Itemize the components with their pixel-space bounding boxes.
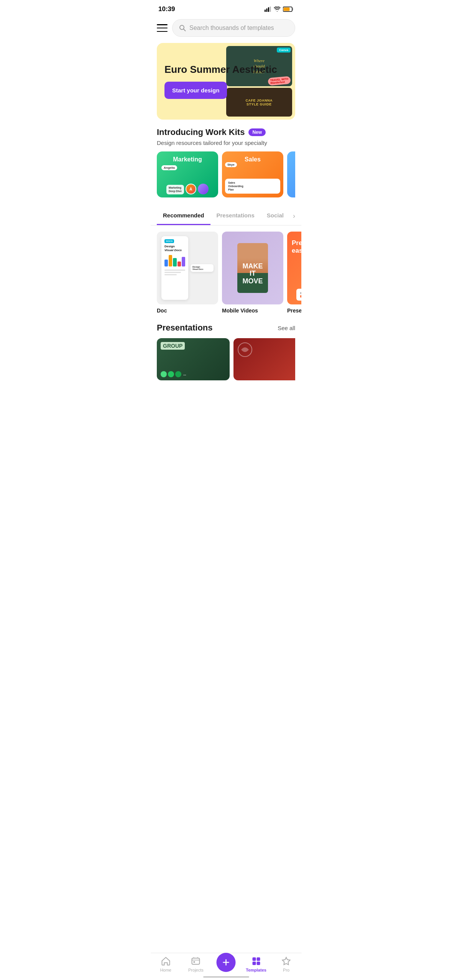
template-card-presentations[interactable]: Present with ease Brand Block Presentati… bbox=[287, 232, 301, 314]
work-kits-row: Marketing Angelia MarketingDeep Dive A S… bbox=[157, 151, 295, 199]
pres-thumb: Present with ease Brand Block bbox=[287, 232, 301, 304]
menu-icon[interactable] bbox=[157, 24, 168, 32]
pres-cards-row: GROUP ... bbox=[157, 338, 295, 380]
kit-label-marketing: Marketing bbox=[173, 156, 202, 163]
hero-text: Euro Summer Aesthetic Start your design bbox=[157, 54, 295, 108]
kit-card-hr[interactable]: Human Welcthe t bbox=[287, 151, 295, 197]
svg-rect-6 bbox=[284, 8, 290, 11]
hero-title: Euro Summer Aesthetic bbox=[164, 64, 288, 76]
signal-icon bbox=[265, 7, 271, 12]
svg-rect-2 bbox=[268, 7, 269, 12]
presentations-label: Presentations bbox=[287, 307, 301, 314]
mobile-videos-label: Mobile Videos bbox=[222, 307, 283, 314]
tab-social[interactable]: Social bbox=[261, 207, 290, 225]
kit-card-content-marketing: MarketingDeep Dive A bbox=[157, 171, 218, 197]
search-bar[interactable]: Search thousands of templates bbox=[172, 19, 295, 37]
see-all-link[interactable]: See all bbox=[278, 325, 295, 331]
template-card-doc[interactable]: DOCS DesignVisual Docs bbox=[157, 232, 218, 314]
kit-avatar-circle-marketing: A bbox=[186, 184, 196, 194]
kit-blob-marketing bbox=[198, 184, 209, 194]
doc-tag: DOCS bbox=[164, 239, 174, 243]
pres-card-red[interactable] bbox=[233, 338, 295, 380]
sales-doc-card: SalesOnboardingPlan bbox=[225, 179, 280, 194]
pres-card-green[interactable]: GROUP ... bbox=[157, 338, 230, 380]
pres-card-inner: Brand Block bbox=[296, 289, 301, 301]
spacer-bottom bbox=[151, 384, 301, 423]
canva-badge: Canva bbox=[277, 48, 291, 53]
wifi-icon bbox=[274, 7, 281, 12]
new-badge: New bbox=[248, 128, 266, 136]
tabs-container: Recommended Presentations Social › bbox=[151, 207, 301, 225]
video-thumb-inner: MAKE ITMOVE bbox=[222, 232, 283, 304]
kit-label-sales: Sales bbox=[245, 156, 261, 163]
doc-label: Doc bbox=[157, 307, 218, 314]
kit-card-sales[interactable]: Sales Skye SalesOnboardingPlan bbox=[222, 151, 283, 197]
hero-banner: Euro Summer Aesthetic Start your design … bbox=[157, 43, 295, 120]
search-placeholder: Search thousands of templates bbox=[189, 25, 274, 31]
mobile-video-thumb: MAKE ITMOVE bbox=[222, 232, 283, 304]
doc-card-inner: DOCS DesignVisual Docs bbox=[161, 236, 188, 300]
kit-badge-skye: Skye bbox=[225, 162, 237, 167]
pres-card-green-icons: ... bbox=[161, 371, 186, 377]
doc-thumb: DOCS DesignVisual Docs bbox=[157, 232, 218, 304]
doc-lines bbox=[164, 270, 185, 275]
doc-thumb-inner: DOCS DesignVisual Docs bbox=[157, 232, 218, 304]
pres-thumb-text: Present with ease bbox=[292, 239, 301, 255]
battery-icon bbox=[283, 7, 294, 12]
search-icon bbox=[179, 24, 186, 32]
kit-avatar-marketing: A bbox=[186, 184, 196, 194]
status-bar: 10:39 bbox=[151, 0, 301, 16]
tab-recommended[interactable]: Recommended bbox=[157, 207, 210, 225]
kit-mini-card-marketing: MarketingDeep Dive bbox=[166, 185, 184, 194]
kit-badge-name-marketing: Angelia bbox=[161, 165, 177, 170]
doc-secondary-card: DesignVisual Docs bbox=[191, 264, 214, 272]
doc-title-bar: DesignVisual Docs bbox=[164, 245, 185, 252]
svg-rect-1 bbox=[266, 8, 268, 12]
tab-presentations[interactable]: Presentations bbox=[210, 207, 261, 225]
header: Search thousands of templates bbox=[151, 16, 301, 41]
section-header: Introducing Work Kits New Design resourc… bbox=[157, 127, 295, 146]
svg-rect-0 bbox=[265, 10, 266, 12]
pres-thumb-inner: Present with ease Brand Block bbox=[287, 232, 301, 304]
doc-chart-bar bbox=[164, 255, 185, 266]
status-icons bbox=[265, 7, 294, 12]
template-cards-row: DOCS DesignVisual Docs bbox=[151, 225, 301, 315]
template-card-mobile-videos[interactable]: MAKE ITMOVE Mobile Videos bbox=[222, 232, 283, 314]
group-logo: GROUP bbox=[161, 342, 185, 350]
tab-more-icon[interactable]: › bbox=[290, 212, 298, 220]
svg-rect-5 bbox=[293, 8, 293, 10]
status-time: 10:39 bbox=[158, 5, 175, 13]
section-title-row: Introducing Work Kits New bbox=[157, 127, 295, 137]
presentations-title: Presentations bbox=[157, 323, 213, 333]
presentations-header: Presentations See all bbox=[157, 323, 295, 333]
video-person: MAKE ITMOVE bbox=[237, 243, 268, 293]
svg-rect-3 bbox=[270, 7, 271, 12]
hero-button[interactable]: Start your design bbox=[164, 82, 227, 99]
kit-card-marketing[interactable]: Marketing Angelia MarketingDeep Dive A bbox=[157, 151, 218, 197]
work-kits-title: Introducing Work Kits bbox=[157, 127, 245, 137]
pres-card-red-shape bbox=[237, 342, 253, 357]
work-kits-section: Introducing Work Kits New Design resourc… bbox=[151, 127, 301, 207]
presentations-section: Presentations See all GROUP ... bbox=[151, 315, 301, 384]
work-kits-subtitle: Design resources tailored for your speci… bbox=[157, 140, 295, 146]
video-thumb-text: MAKE ITMOVE bbox=[241, 263, 264, 285]
